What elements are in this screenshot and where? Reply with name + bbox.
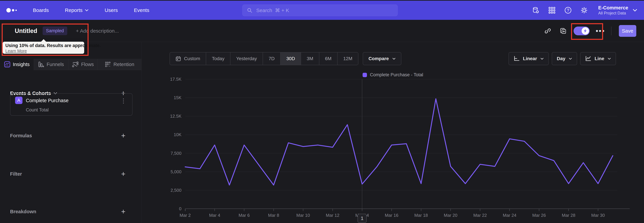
- sampled-badge[interactable]: Sampled: [42, 27, 67, 35]
- settings-gear-icon[interactable]: [580, 7, 588, 14]
- retention-icon: [105, 61, 111, 67]
- filter-section: Filter +: [10, 170, 132, 178]
- nav-link-users[interactable]: Users: [105, 8, 118, 13]
- divider: [611, 27, 612, 35]
- x-axis-label: Mar 16: [385, 213, 398, 218]
- report-title[interactable]: Untitled: [15, 27, 37, 34]
- search-bar[interactable]: [242, 5, 398, 16]
- y-axis-label: 15K: [174, 95, 182, 100]
- x-axis-label: Mar 28: [562, 213, 576, 218]
- apps-grid-icon[interactable]: [548, 7, 556, 14]
- breakdown-label: Breakdown: [10, 209, 36, 214]
- y-axis-label: 2,500: [170, 188, 182, 193]
- x-axis-label: Mar 2: [180, 213, 191, 218]
- search-input[interactable]: [256, 8, 393, 13]
- event-kebab-menu-icon[interactable]: ⋮: [119, 97, 128, 104]
- x-axis-label: Mar 4: [209, 213, 220, 218]
- app-root: BoardsReportsUsersEvents: [0, 0, 644, 223]
- top-nav-links: BoardsReportsUsersEvents: [33, 8, 149, 13]
- add-filter-button[interactable]: +: [119, 170, 127, 178]
- tab-insights[interactable]: Insights: [0, 59, 34, 70]
- search-icon: [247, 8, 252, 13]
- nav-link-reports[interactable]: Reports: [65, 8, 88, 13]
- mixpanel-logo[interactable]: [6, 8, 17, 13]
- help-icon[interactable]: ?: [564, 7, 572, 14]
- data-management-icon[interactable]: [532, 7, 540, 14]
- x-axis-label: Mar 24: [503, 213, 516, 218]
- more-options-icon[interactable]: •••: [596, 27, 605, 35]
- event-row[interactable]: A Complete Purchase Count Total ⋮: [10, 93, 132, 116]
- tab-retention[interactable]: Retention: [98, 59, 142, 70]
- copy-link-icon[interactable]: [544, 27, 552, 35]
- x-axis-label: Mar 18: [414, 213, 428, 218]
- x-axis-label: Mar 30: [591, 213, 605, 218]
- y-axis-label: 12.5K: [170, 114, 182, 119]
- query-sidebar: InsightsFunnelsFlowsRetention Events & C…: [0, 42, 142, 223]
- x-axis-label: Mar 12: [326, 213, 340, 218]
- x-axis-label: Mar 22: [473, 213, 487, 218]
- save-button[interactable]: Save: [619, 25, 636, 37]
- y-axis-label: 7,500: [170, 151, 182, 156]
- sampling-toggle[interactable]: [574, 27, 590, 35]
- breakdown-section: Breakdown +: [10, 207, 132, 216]
- filter-label: Filter: [10, 171, 22, 177]
- nav-right-cluster: ? E-Commerce All Project Data: [532, 1, 637, 20]
- learn-more-link[interactable]: Learn More: [5, 49, 27, 53]
- x-axis-label: Mar 20: [444, 213, 457, 218]
- y-axis-label: 10K: [174, 132, 182, 137]
- insights-icon: [4, 61, 10, 67]
- y-axis-label: 17.5K: [170, 77, 182, 82]
- series-line-complete-purchase: [185, 99, 613, 185]
- event-name[interactable]: Complete Purchase: [26, 98, 68, 103]
- top-nav: BoardsReportsUsersEvents: [0, 1, 644, 20]
- x-axis-label: Mar 10: [296, 213, 310, 218]
- funnels-icon: [38, 61, 44, 67]
- line-chart: 02,5005,0007,50010K12.5K15K17.5KMar 2Mar…: [142, 42, 644, 223]
- report-title-bar: Untitled Sampled + Add description...: [0, 20, 644, 42]
- formulas-label: Formulas: [10, 133, 32, 139]
- title-actions: ••• Save: [544, 20, 636, 42]
- x-axis-label: Mar 26: [532, 213, 546, 218]
- chart-page-indicator[interactable]: 1: [358, 214, 366, 223]
- formulas-section: Formulas +: [10, 131, 132, 140]
- tab-flows[interactable]: Flows: [68, 59, 98, 70]
- add-formula-button[interactable]: +: [119, 132, 127, 140]
- nav-link-events[interactable]: Events: [134, 8, 149, 13]
- project-selector[interactable]: E-Commerce All Project Data: [598, 5, 637, 16]
- chevron-down-icon: [85, 9, 88, 12]
- add-description[interactable]: + Add description...: [76, 28, 119, 34]
- tooltip-text: Using 10% of data. Results are approxima…: [5, 43, 82, 48]
- report-tabs: InsightsFunnelsFlowsRetention: [0, 59, 142, 70]
- y-axis-label: 5,000: [170, 169, 182, 174]
- sampling-tooltip: Using 10% of data. Results are approxima…: [3, 42, 84, 54]
- x-axis-label: Mar 8: [268, 213, 279, 218]
- project-name: E-Commerce: [598, 5, 628, 11]
- x-axis-label: Mar 6: [238, 213, 250, 218]
- svg-text:?: ?: [567, 8, 569, 13]
- flows-icon: [72, 61, 78, 67]
- save-to-board-icon[interactable]: [560, 27, 567, 35]
- event-letter-badge: A: [15, 97, 22, 104]
- add-breakdown-button[interactable]: +: [119, 207, 127, 215]
- nav-link-boards[interactable]: Boards: [33, 8, 49, 13]
- event-metric[interactable]: Count Total: [26, 107, 49, 113]
- tab-funnels[interactable]: Funnels: [34, 59, 68, 70]
- chart-panel: CustomTodayYesterday7D30D3M6M12M Compare…: [142, 42, 644, 223]
- chevron-down-icon: [632, 9, 637, 12]
- sampling-toggle-knob: [582, 27, 589, 35]
- y-axis-label: 0: [179, 206, 182, 211]
- project-scope: All Project Data: [598, 11, 628, 16]
